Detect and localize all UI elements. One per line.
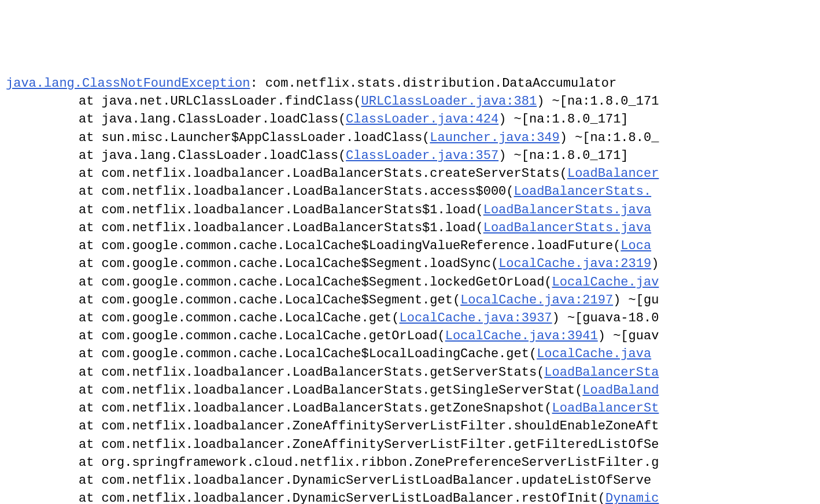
frame-at: at bbox=[79, 383, 94, 398]
frame-location: com.netflix.loadbalancer.ZoneAffinitySer… bbox=[102, 438, 659, 452]
frame-suffix: ) ~[na:1.8.0_171] bbox=[498, 112, 628, 127]
stack-frame: at com.google.common.cache.LocalCache$Se… bbox=[6, 255, 820, 273]
frame-at: at bbox=[79, 166, 94, 181]
frame-at: at bbox=[79, 275, 94, 290]
stack-frame: at com.netflix.loadbalancer.DynamicServe… bbox=[6, 472, 820, 490]
stack-frame: at com.google.common.cache.LocalCache$Lo… bbox=[6, 345, 820, 363]
frame-suffix: ) ~[guava-18.0 bbox=[552, 311, 659, 325]
source-link[interactable]: LocalCache.java:2197 bbox=[460, 293, 613, 307]
source-link[interactable]: Launcher.java:349 bbox=[430, 131, 559, 145]
frame-location: com.netflix.loadbalancer.LoadBalancerSta… bbox=[102, 184, 514, 199]
stack-frame: at com.google.common.cache.LocalCache.ge… bbox=[6, 327, 820, 345]
frame-at: at bbox=[79, 149, 94, 163]
stack-frame: at com.netflix.loadbalancer.LoadBalancer… bbox=[6, 165, 820, 183]
frame-suffix: ) ~[guav bbox=[598, 329, 659, 343]
stack-frame: at java.net.URLClassLoader.findClass(URL… bbox=[6, 92, 820, 110]
frame-at: at bbox=[79, 257, 94, 271]
frame-at: at bbox=[79, 473, 94, 488]
frame-location: com.netflix.loadbalancer.LoadBalancerSta… bbox=[102, 221, 483, 235]
stack-frame: at com.netflix.loadbalancer.ZoneAffinity… bbox=[6, 436, 820, 454]
exception-message: : com.netflix.stats.distribution.DataAcc… bbox=[250, 76, 616, 91]
frame-location: com.google.common.cache.LocalCache$Loadi… bbox=[102, 239, 621, 253]
frame-location: com.netflix.loadbalancer.LoadBalancerSta… bbox=[102, 365, 545, 380]
frame-at: at bbox=[79, 438, 94, 452]
frame-at: at bbox=[79, 347, 94, 361]
frame-location: java.net.URLClassLoader.findClass( bbox=[102, 94, 361, 109]
stack-frame: at com.google.common.cache.LocalCache.ge… bbox=[6, 309, 820, 327]
source-link[interactable]: LoadBalancerStats.java bbox=[483, 221, 651, 235]
exception-class-link[interactable]: java.lang.ClassNotFoundException bbox=[6, 76, 250, 91]
source-link[interactable]: LocalCache.java:2319 bbox=[498, 257, 651, 271]
frame-at: at bbox=[79, 203, 94, 217]
frame-location: com.netflix.loadbalancer.DynamicServerLi… bbox=[102, 491, 605, 504]
frame-location: com.netflix.loadbalancer.ZoneAffinitySer… bbox=[102, 419, 659, 433]
frame-at: at bbox=[79, 131, 94, 145]
frame-location: com.google.common.cache.LocalCache$Segme… bbox=[102, 293, 461, 307]
frame-at: at bbox=[79, 491, 94, 504]
stack-frame: at com.google.common.cache.LocalCache$Se… bbox=[6, 291, 820, 309]
source-link[interactable]: URLClassLoader.java:381 bbox=[361, 94, 537, 109]
stack-frame: at com.google.common.cache.LocalCache$Se… bbox=[6, 273, 820, 291]
frame-at: at bbox=[79, 112, 94, 127]
frame-at: at bbox=[79, 401, 94, 416]
frame-location: com.google.common.cache.LocalCache$Segme… bbox=[102, 257, 499, 271]
frame-location: com.google.common.cache.LocalCache.get( bbox=[102, 311, 400, 325]
exception-header: java.lang.ClassNotFoundException: com.ne… bbox=[6, 75, 820, 92]
source-link[interactable]: ClassLoader.java:424 bbox=[346, 112, 498, 127]
frame-location: com.netflix.loadbalancer.DynamicServerLi… bbox=[102, 473, 652, 488]
stack-frame: at com.netflix.loadbalancer.LoadBalancer… bbox=[6, 183, 820, 201]
stack-frame: at java.lang.ClassLoader.loadClass(Class… bbox=[6, 110, 820, 128]
frame-location: org.springframework.cloud.netflix.ribbon… bbox=[102, 455, 659, 470]
source-link[interactable]: Loca bbox=[620, 239, 651, 253]
stack-frame: at com.google.common.cache.LocalCache$Lo… bbox=[6, 237, 820, 255]
stack-frame: at com.netflix.loadbalancer.LoadBalancer… bbox=[6, 364, 820, 381]
frame-suffix: ) bbox=[651, 257, 659, 271]
frame-location: com.netflix.loadbalancer.LoadBalancerSta… bbox=[102, 166, 567, 181]
frame-location: com.netflix.loadbalancer.LoadBalancerSta… bbox=[102, 203, 483, 217]
frame-at: at bbox=[79, 239, 94, 253]
frame-at: at bbox=[79, 293, 94, 307]
source-link[interactable]: LoadBalancerSta bbox=[544, 365, 659, 380]
frame-at: at bbox=[79, 311, 94, 325]
stack-frame: at com.netflix.loadbalancer.LoadBalancer… bbox=[6, 399, 820, 417]
frame-at: at bbox=[79, 94, 94, 109]
stack-frame: at com.netflix.loadbalancer.ZoneAffinity… bbox=[6, 417, 820, 435]
frame-location: com.google.common.cache.LocalCache$Segme… bbox=[102, 275, 552, 290]
stack-frame: at com.netflix.loadbalancer.LoadBalancer… bbox=[6, 219, 820, 237]
stack-frame: at com.netflix.loadbalancer.LoadBalancer… bbox=[6, 201, 820, 219]
frame-location: java.lang.ClassLoader.loadClass( bbox=[102, 112, 346, 127]
source-link[interactable]: LoadBaland bbox=[582, 383, 659, 398]
stack-frame: at org.springframework.cloud.netflix.rib… bbox=[6, 454, 820, 472]
source-link[interactable]: LoadBalancerStats.java bbox=[483, 203, 651, 217]
source-link[interactable]: LoadBalancer bbox=[567, 166, 659, 181]
frame-location: com.google.common.cache.LocalCache.getOr… bbox=[102, 329, 445, 343]
stack-frame: at com.netflix.loadbalancer.LoadBalancer… bbox=[6, 381, 820, 399]
frame-location: com.google.common.cache.LocalCache$Local… bbox=[102, 347, 537, 361]
frame-suffix: ) ~[na:1.8.0_171] bbox=[498, 149, 628, 163]
source-link[interactable]: LocalCache.java bbox=[537, 347, 651, 361]
source-link[interactable]: LoadBalancerSt bbox=[552, 401, 659, 416]
frame-at: at bbox=[79, 329, 94, 343]
frame-at: at bbox=[79, 184, 94, 199]
frame-at: at bbox=[79, 419, 94, 433]
source-link[interactable]: LocalCache.jav bbox=[552, 275, 659, 290]
frame-location: com.netflix.loadbalancer.LoadBalancerSta… bbox=[102, 383, 583, 398]
frame-suffix: ) ~[na:1.8.0_171 bbox=[537, 94, 659, 109]
frame-location: java.lang.ClassLoader.loadClass( bbox=[102, 149, 346, 163]
source-link[interactable]: LocalCache.java:3937 bbox=[400, 311, 552, 325]
stack-frame: at java.lang.ClassLoader.loadClass(Class… bbox=[6, 147, 820, 165]
source-link[interactable]: Dynamic bbox=[605, 491, 659, 504]
frame-at: at bbox=[79, 221, 94, 235]
frame-suffix: ) ~[gu bbox=[613, 293, 659, 307]
frame-at: at bbox=[79, 365, 94, 380]
source-link[interactable]: LocalCache.java:3941 bbox=[445, 329, 598, 343]
stacktrace-output: java.lang.ClassNotFoundException: com.ne… bbox=[6, 75, 820, 504]
frame-at: at bbox=[79, 455, 94, 470]
source-link[interactable]: LoadBalancerStats. bbox=[514, 184, 652, 199]
frame-location: sun.misc.Launcher$AppClassLoader.loadCla… bbox=[102, 131, 430, 145]
source-link[interactable]: ClassLoader.java:357 bbox=[346, 149, 498, 163]
frame-location: com.netflix.loadbalancer.LoadBalancerSta… bbox=[102, 401, 552, 416]
stack-frame: at sun.misc.Launcher$AppClassLoader.load… bbox=[6, 129, 820, 147]
frame-suffix: ) ~[na:1.8.0_ bbox=[560, 131, 659, 145]
stack-frame: at com.netflix.loadbalancer.DynamicServe… bbox=[6, 490, 820, 504]
